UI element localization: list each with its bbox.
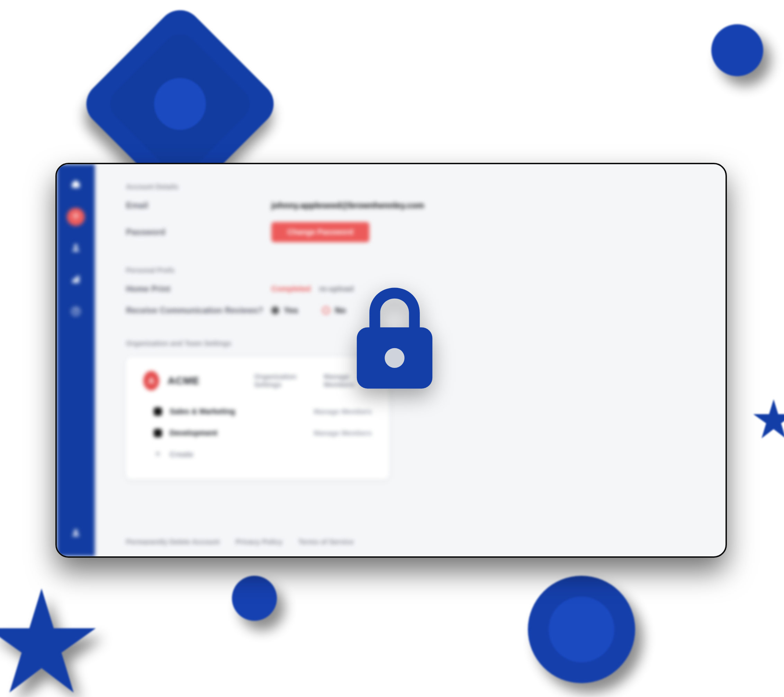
reports-icon: [71, 275, 81, 287]
personal-section-title: Personal Prefs: [126, 266, 701, 274]
svg-point-9: [74, 529, 77, 532]
delete-account-link[interactable]: Permanently Delete Account: [126, 538, 219, 546]
email-value: johnny.appleseed@brownhennley.com: [272, 201, 424, 210]
team-name[interactable]: Sales & Marketing: [170, 407, 314, 416]
team-icon: [154, 429, 162, 437]
svg-marker-1: [753, 399, 784, 438]
decorative-star-fragment: [753, 398, 784, 440]
team-row: Development Manage Members: [143, 422, 372, 444]
sidebar-item-profile[interactable]: [67, 525, 85, 542]
svg-text:?: ?: [74, 308, 77, 314]
lock-icon: [349, 287, 440, 391]
password-label: Password: [126, 227, 272, 237]
password-row: Password Change Password: [126, 222, 701, 242]
account-section-title: Account Details: [126, 183, 701, 191]
settings-icon: [71, 211, 81, 223]
radio-dot-icon: [322, 307, 330, 314]
decorative-circle: [528, 576, 635, 683]
radio-no-label: No: [335, 306, 346, 315]
org-settings-link[interactable]: Organization Settings: [254, 373, 313, 389]
profile-icon: [71, 528, 81, 540]
radio-yes-label: Yes: [284, 306, 298, 315]
radio-dot-icon: [272, 307, 279, 314]
team-row: Sales & Marketing Manage Members: [143, 401, 372, 422]
email-label: Email: [126, 201, 272, 210]
help-icon: ?: [71, 307, 81, 319]
footer-links: Permanently Delete Account Privacy Polic…: [126, 538, 354, 546]
svg-marker-0: [0, 588, 96, 692]
org-logo: A: [143, 371, 159, 390]
svg-point-2: [75, 215, 77, 217]
team-manage-link[interactable]: Manage Members: [314, 408, 372, 416]
change-password-button[interactable]: Change Password: [272, 222, 369, 242]
org-name: ACME: [168, 375, 244, 386]
sidebar-item-reports[interactable]: [67, 272, 85, 290]
users-icon: [71, 243, 81, 255]
sidebar-item-settings[interactable]: [67, 208, 85, 226]
reupload-link[interactable]: re-upload: [319, 284, 354, 293]
terms-of-service-link[interactable]: Terms of Service: [298, 538, 354, 546]
svg-rect-5: [75, 277, 77, 283]
sidebar-item-help[interactable]: ?: [67, 304, 85, 322]
communication-label: Receive Communication Reviews?: [126, 306, 272, 315]
svg-point-11: [385, 348, 404, 368]
privacy-policy-link[interactable]: Privacy Policy: [236, 538, 282, 546]
create-team-row[interactable]: + Create: [143, 444, 372, 465]
sidebar: ?: [57, 164, 95, 557]
sidebar-item-home[interactable]: [67, 176, 85, 194]
svg-rect-4: [73, 279, 74, 283]
decorative-star: [0, 586, 97, 697]
email-row: Email johnny.appleseed@brownhennley.com: [126, 201, 701, 210]
team-name[interactable]: Development: [170, 428, 314, 438]
team-icon: [154, 407, 162, 416]
home-print-status: Completed: [272, 284, 311, 293]
create-team-label: Create: [170, 450, 372, 459]
home-print-label: Home Print: [126, 284, 272, 294]
decorative-circle: [711, 24, 763, 76]
radio-no[interactable]: No: [322, 306, 346, 315]
decorative-circle: [232, 576, 277, 621]
plus-icon: +: [154, 450, 162, 459]
team-manage-link[interactable]: Manage Members: [314, 429, 372, 437]
sidebar-item-users[interactable]: [67, 240, 85, 258]
svg-rect-6: [77, 276, 79, 283]
svg-point-3: [74, 244, 77, 247]
radio-yes[interactable]: Yes: [272, 306, 298, 315]
home-icon: [71, 179, 81, 191]
